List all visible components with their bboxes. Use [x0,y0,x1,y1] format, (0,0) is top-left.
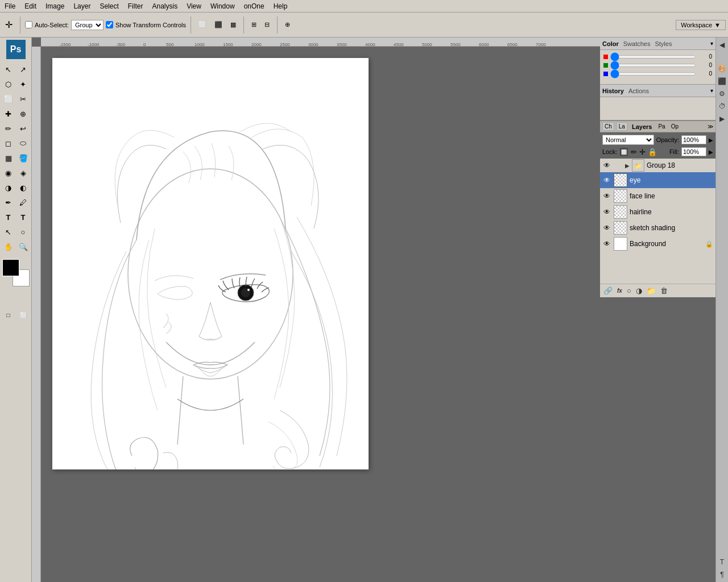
panel-icon-3[interactable]: ⚙ [717,89,727,99]
layers-channels-tab[interactable]: Ch [602,122,614,131]
layers-paths-tab[interactable]: Pa [656,123,667,130]
menu-file[interactable]: File [0,1,20,11]
layer-mask-btn[interactable]: ○ [626,286,632,295]
arrange-btn[interactable]: ⊟ [262,19,272,30]
history-tab[interactable]: History [602,88,624,94]
menu-help[interactable]: Help [269,1,292,11]
workspace-button[interactable]: Workspace ▼ [676,20,726,30]
hand-tool[interactable]: ✋ [2,240,15,253]
menu-analysis[interactable]: Analysis [147,1,182,11]
auto-select-dropdown[interactable]: GroupLayer [71,20,104,30]
transform-btn[interactable]: ⊕ [282,19,293,30]
shape-tool[interactable]: ○ [16,225,30,239]
layers-options-tab[interactable]: Op [669,123,680,130]
menu-image[interactable]: Image [41,1,69,11]
eye-visibility-face-line[interactable]: 👁 [602,192,611,201]
healing-brush-tool[interactable]: ✚ [2,107,15,120]
slice-tool[interactable]: ✂ [16,92,30,106]
paint-bucket-tool[interactable]: 🪣 [16,151,30,165]
color-tab[interactable]: Color [602,40,619,47]
dodge-tool[interactable]: ◑ [2,181,15,194]
color-g-slider[interactable] [610,64,696,67]
foreground-color-swatch[interactable] [2,259,19,276]
layer-sketch-shading[interactable]: 👁 sketch shading [600,220,715,236]
layer-eye[interactable]: 👁 eye [600,172,715,188]
layer-face-line[interactable]: 👁 face line [600,188,715,204]
eye-visibility-hairline[interactable]: 👁 [602,207,611,217]
history-brush-tool[interactable]: ↩ [16,122,30,135]
panel-icon-7[interactable]: ¶ [717,569,727,580]
pen-tool[interactable]: ✒ [2,196,15,209]
panel-icon-2[interactable]: ⬛ [717,76,727,86]
color-b-slider[interactable] [610,72,696,76]
history-panel-menu[interactable]: ▾ [710,88,713,94]
distribute-btn[interactable]: ⊞ [249,19,259,30]
eye-group-18[interactable]: 👁 [602,161,611,170]
panel-icon-6[interactable]: T [717,557,727,567]
panel-icon-4[interactable]: ⏱ [717,101,727,111]
menu-filter[interactable]: Filter [123,1,148,11]
panel-icon-5[interactable]: ▶ [717,114,727,124]
direct-select-tool[interactable]: ↗ [16,63,30,76]
layer-hairline[interactable]: 👁 hairline [600,204,715,220]
color-r-slider[interactable] [610,55,696,59]
brush-tool[interactable]: ✏ [2,122,15,135]
transform-controls-checkbox[interactable] [106,21,113,28]
type-tool[interactable]: T [2,210,15,224]
eye-visibility-background[interactable]: 👁 [602,239,611,248]
blend-mode-select[interactable]: NormalDissolveMultiplyScreenOverlay [602,135,654,145]
background-eraser-tool[interactable]: ⬭ [16,136,30,150]
vertical-type-tool[interactable]: T [16,210,30,224]
screen-mode-btn[interactable]: ⬜ [16,308,30,322]
layer-adjustment-btn[interactable]: ◑ [635,286,643,295]
auto-select-checkbox[interactable] [25,21,32,28]
menu-edit[interactable]: Edit [20,1,41,11]
align-center-btn[interactable]: ⬛ [212,19,225,30]
lock-position-btn[interactable]: ✛ [639,148,646,156]
panel-collapse-btn[interactable]: ◀ [717,40,727,50]
align-left-btn[interactable]: ⬜ [196,19,209,30]
group-expand-arrow[interactable]: ▶ [625,163,630,169]
menu-onone[interactable]: onOne [239,1,269,11]
opacity-arrow[interactable]: ▶ [709,137,713,143]
blur-tool[interactable]: ◉ [2,166,15,180]
panel-icon-1[interactable]: 🎨 [717,64,727,74]
opacity-input[interactable] [681,135,706,144]
lasso-tool[interactable]: ⬡ [2,77,15,91]
sharpen-tool[interactable]: ◈ [16,166,30,180]
menu-window[interactable]: Window [206,1,239,11]
freeform-pen-tool[interactable]: 🖊 [16,196,30,209]
lock-all-btn[interactable]: 🔒 [648,148,657,156]
layer-link-btn[interactable]: 🔗 [602,286,614,295]
menu-select[interactable]: Select [95,1,123,11]
menu-layer[interactable]: Layer [69,1,95,11]
quick-mask-btn[interactable]: □ [2,308,15,322]
lock-transparency-btn[interactable]: 🔲 [619,148,628,156]
eraser-tool[interactable]: ◻ [2,136,15,150]
swatches-tab[interactable]: Swatches [623,40,651,47]
crop-tool[interactable]: ⬜ [2,92,15,106]
fill-arrow[interactable]: ▶ [709,149,713,155]
move-tool-btn[interactable]: ✛ [2,18,15,32]
styles-tab[interactable]: Styles [655,40,672,47]
layers-layers-tab[interactable]: La [617,122,627,131]
actions-tab[interactable]: Actions [628,88,649,94]
select-tool[interactable]: ↖ [2,63,15,76]
layers-panel-expand[interactable]: ≫ [708,123,713,130]
menu-view[interactable]: View [182,1,206,11]
layer-group-18[interactable]: 👁 ▶ 📁 Group 18 [600,159,715,172]
top-panel-menu[interactable]: ▾ [710,40,713,47]
path-select-tool[interactable]: ↖ [2,225,15,239]
layers-tab-active[interactable]: Layers [630,123,654,130]
fill-input[interactable] [681,147,706,156]
zoom-tool[interactable]: 🔍 [16,240,30,253]
lock-paint-btn[interactable]: ✏ [631,148,637,156]
magic-wand-tool[interactable]: ✦ [16,77,30,91]
layer-delete-btn[interactable]: 🗑 [659,286,669,295]
burn-tool[interactable]: ◐ [16,181,30,194]
eye-visibility-eye[interactable]: 👁 [602,176,611,185]
eye-visibility-sketch-shading[interactable]: 👁 [602,223,611,232]
layer-group-btn[interactable]: 📁 [646,286,657,295]
layer-fx-btn[interactable]: fx [616,288,623,294]
main-canvas[interactable] [52,58,369,469]
